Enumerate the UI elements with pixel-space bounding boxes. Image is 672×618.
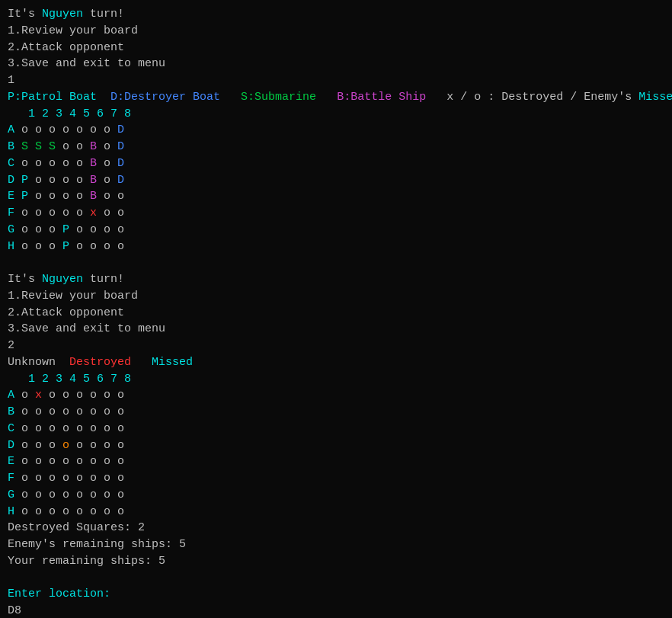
terminal-output: It's Nguyen turn! 1.Review your board 2.… [8,6,664,618]
